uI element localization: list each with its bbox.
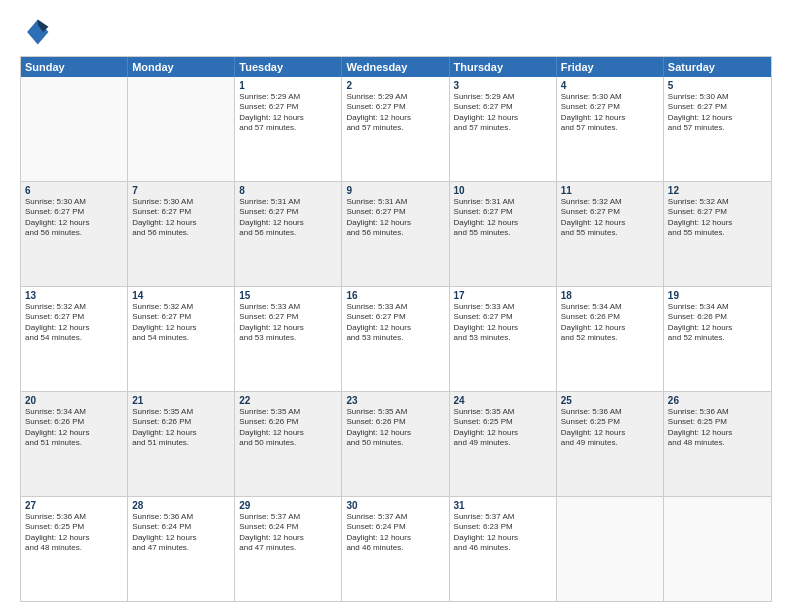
day-number: 19: [668, 290, 767, 301]
header: [20, 16, 772, 48]
cell-line: and 52 minutes.: [561, 333, 659, 343]
cell-line: Sunset: 6:26 PM: [132, 417, 230, 427]
logo-icon: [20, 16, 52, 48]
day-number: 31: [454, 500, 552, 511]
calendar-cell: 5Sunrise: 5:30 AMSunset: 6:27 PMDaylight…: [664, 77, 771, 181]
cell-line: Sunset: 6:25 PM: [668, 417, 767, 427]
calendar-cell: 15Sunrise: 5:33 AMSunset: 6:27 PMDayligh…: [235, 287, 342, 391]
cell-line: Daylight: 12 hours: [239, 428, 337, 438]
cell-line: Sunset: 6:26 PM: [346, 417, 444, 427]
day-number: 2: [346, 80, 444, 91]
day-number: 21: [132, 395, 230, 406]
cell-line: Daylight: 12 hours: [25, 428, 123, 438]
calendar-header: SundayMondayTuesdayWednesdayThursdayFrid…: [21, 57, 771, 77]
cell-line: and 48 minutes.: [25, 543, 123, 553]
cell-line: Sunset: 6:25 PM: [454, 417, 552, 427]
header-day: Saturday: [664, 57, 771, 77]
calendar-cell: 22Sunrise: 5:35 AMSunset: 6:26 PMDayligh…: [235, 392, 342, 496]
page: SundayMondayTuesdayWednesdayThursdayFrid…: [0, 0, 792, 612]
cell-line: Daylight: 12 hours: [668, 323, 767, 333]
calendar-cell: 17Sunrise: 5:33 AMSunset: 6:27 PMDayligh…: [450, 287, 557, 391]
calendar-cell: 1Sunrise: 5:29 AMSunset: 6:27 PMDaylight…: [235, 77, 342, 181]
day-number: 12: [668, 185, 767, 196]
cell-line: Sunrise: 5:34 AM: [25, 407, 123, 417]
cell-line: Sunset: 6:27 PM: [132, 207, 230, 217]
calendar-body: 1Sunrise: 5:29 AMSunset: 6:27 PMDaylight…: [21, 77, 771, 601]
cell-line: Sunrise: 5:32 AM: [132, 302, 230, 312]
calendar-cell: 16Sunrise: 5:33 AMSunset: 6:27 PMDayligh…: [342, 287, 449, 391]
cell-line: Sunset: 6:25 PM: [25, 522, 123, 532]
calendar-cell: 30Sunrise: 5:37 AMSunset: 6:24 PMDayligh…: [342, 497, 449, 601]
cell-line: and 57 minutes.: [239, 123, 337, 133]
day-number: 3: [454, 80, 552, 91]
cell-line: Daylight: 12 hours: [239, 323, 337, 333]
cell-line: Sunset: 6:27 PM: [346, 207, 444, 217]
day-number: 1: [239, 80, 337, 91]
day-number: 8: [239, 185, 337, 196]
cell-line: Sunrise: 5:36 AM: [132, 512, 230, 522]
cell-line: and 52 minutes.: [668, 333, 767, 343]
calendar-row: 6Sunrise: 5:30 AMSunset: 6:27 PMDaylight…: [21, 182, 771, 287]
cell-line: and 47 minutes.: [132, 543, 230, 553]
cell-line: Sunset: 6:24 PM: [239, 522, 337, 532]
cell-line: Daylight: 12 hours: [561, 218, 659, 228]
cell-line: and 57 minutes.: [346, 123, 444, 133]
cell-line: Sunset: 6:26 PM: [561, 312, 659, 322]
calendar-cell: 24Sunrise: 5:35 AMSunset: 6:25 PMDayligh…: [450, 392, 557, 496]
calendar-cell: [128, 77, 235, 181]
calendar-cell: 4Sunrise: 5:30 AMSunset: 6:27 PMDaylight…: [557, 77, 664, 181]
cell-line: Sunrise: 5:34 AM: [668, 302, 767, 312]
calendar-cell: 11Sunrise: 5:32 AMSunset: 6:27 PMDayligh…: [557, 182, 664, 286]
cell-line: and 46 minutes.: [346, 543, 444, 553]
day-number: 23: [346, 395, 444, 406]
cell-line: Daylight: 12 hours: [25, 533, 123, 543]
cell-line: and 56 minutes.: [132, 228, 230, 238]
cell-line: and 55 minutes.: [668, 228, 767, 238]
cell-line: and 50 minutes.: [239, 438, 337, 448]
calendar-cell: 9Sunrise: 5:31 AMSunset: 6:27 PMDaylight…: [342, 182, 449, 286]
cell-line: Sunrise: 5:29 AM: [239, 92, 337, 102]
cell-line: and 50 minutes.: [346, 438, 444, 448]
header-day: Monday: [128, 57, 235, 77]
cell-line: Sunrise: 5:35 AM: [132, 407, 230, 417]
cell-line: Sunrise: 5:37 AM: [239, 512, 337, 522]
cell-line: Sunset: 6:26 PM: [239, 417, 337, 427]
day-number: 29: [239, 500, 337, 511]
calendar-row: 1Sunrise: 5:29 AMSunset: 6:27 PMDaylight…: [21, 77, 771, 182]
day-number: 7: [132, 185, 230, 196]
cell-line: Daylight: 12 hours: [346, 323, 444, 333]
day-number: 14: [132, 290, 230, 301]
calendar-cell: 13Sunrise: 5:32 AMSunset: 6:27 PMDayligh…: [21, 287, 128, 391]
cell-line: Sunrise: 5:36 AM: [668, 407, 767, 417]
day-number: 24: [454, 395, 552, 406]
calendar: SundayMondayTuesdayWednesdayThursdayFrid…: [20, 56, 772, 602]
logo: [20, 16, 56, 48]
cell-line: Daylight: 12 hours: [346, 113, 444, 123]
calendar-cell: 23Sunrise: 5:35 AMSunset: 6:26 PMDayligh…: [342, 392, 449, 496]
cell-line: Daylight: 12 hours: [454, 428, 552, 438]
calendar-cell: 21Sunrise: 5:35 AMSunset: 6:26 PMDayligh…: [128, 392, 235, 496]
cell-line: Sunrise: 5:31 AM: [239, 197, 337, 207]
header-day: Thursday: [450, 57, 557, 77]
calendar-cell: [664, 497, 771, 601]
day-number: 27: [25, 500, 123, 511]
cell-line: and 54 minutes.: [132, 333, 230, 343]
cell-line: Sunset: 6:27 PM: [25, 312, 123, 322]
cell-line: Sunset: 6:27 PM: [668, 207, 767, 217]
calendar-cell: 26Sunrise: 5:36 AMSunset: 6:25 PMDayligh…: [664, 392, 771, 496]
cell-line: and 54 minutes.: [25, 333, 123, 343]
day-number: 5: [668, 80, 767, 91]
cell-line: Daylight: 12 hours: [346, 218, 444, 228]
cell-line: Sunset: 6:27 PM: [346, 102, 444, 112]
cell-line: Sunrise: 5:37 AM: [454, 512, 552, 522]
calendar-row: 20Sunrise: 5:34 AMSunset: 6:26 PMDayligh…: [21, 392, 771, 497]
cell-line: Daylight: 12 hours: [454, 533, 552, 543]
cell-line: Sunrise: 5:29 AM: [346, 92, 444, 102]
cell-line: and 56 minutes.: [25, 228, 123, 238]
cell-line: and 49 minutes.: [454, 438, 552, 448]
cell-line: and 55 minutes.: [561, 228, 659, 238]
cell-line: Sunset: 6:23 PM: [454, 522, 552, 532]
header-day: Wednesday: [342, 57, 449, 77]
cell-line: Daylight: 12 hours: [346, 533, 444, 543]
cell-line: Sunrise: 5:35 AM: [346, 407, 444, 417]
